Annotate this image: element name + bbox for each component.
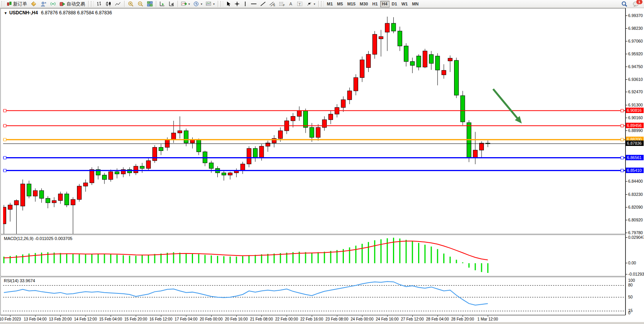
candle-body	[473, 150, 477, 158]
price-tick	[626, 54, 627, 54]
community-button[interactable]: +	[39, 0, 48, 7]
rsi-panel[interactable]: RSI(14) 33.9674	[0, 277, 625, 315]
time-tick-label: 28 Feb 20:00	[451, 317, 474, 321]
price-tick-label: 6.79780	[628, 230, 643, 235]
price-tick	[626, 15, 627, 16]
candle-body	[329, 114, 333, 120]
templates-button[interactable]: ▾	[204, 0, 216, 7]
toolbar-separator	[88, 1, 89, 7]
hline-handle[interactable]	[3, 138, 6, 141]
line-chart-button[interactable]	[113, 0, 123, 7]
candle-body	[65, 194, 69, 205]
timeframe-m1-button[interactable]: M1	[325, 1, 335, 7]
candlestick-chart[interactable]	[3, 9, 625, 234]
timeframe-mn-button[interactable]: MN	[410, 1, 420, 7]
svg-text:+: +	[44, 1, 46, 5]
candlestick-chart-button[interactable]	[104, 0, 113, 7]
time-tick-label: 20 Feb 16:00	[225, 317, 248, 321]
hline-handle[interactable]	[3, 109, 6, 112]
auto-scroll-button[interactable]	[158, 0, 167, 7]
timeframe-w1-button[interactable]: W1	[400, 1, 410, 7]
tile-windows-button[interactable]	[145, 0, 154, 7]
cursor-tool-button[interactable]	[224, 0, 232, 7]
new-order-button[interactable]: 新订单	[5, 0, 29, 7]
hline-handle[interactable]	[621, 124, 624, 127]
candle-body	[52, 201, 56, 203]
price-tick-label: 6.91300	[628, 103, 643, 107]
candle-body	[77, 186, 82, 199]
fibonacci-tool-button[interactable]: F	[277, 0, 287, 7]
profiles-button[interactable]	[29, 0, 38, 7]
crosshair-tool-button[interactable]	[233, 0, 241, 7]
hline-handle[interactable]	[621, 109, 624, 112]
annotation-arrow[interactable]	[493, 89, 519, 121]
bar-chart-button[interactable]	[95, 0, 104, 7]
hline-handle[interactable]	[3, 169, 6, 172]
price-tick-label: 6.84400	[628, 179, 643, 183]
candle-body	[241, 164, 245, 171]
horizontal-line-tool-button[interactable]	[249, 0, 258, 7]
timeframe-h1-button[interactable]: H1	[370, 1, 379, 7]
rsi-chart[interactable]	[3, 278, 625, 315]
indicators-button[interactable]: ▾	[179, 0, 191, 7]
price-tick-label: 6.93610	[628, 77, 643, 82]
search-icon	[621, 1, 627, 7]
hline-handle[interactable]	[3, 124, 6, 127]
price-tick	[626, 41, 627, 41]
hline-handle[interactable]	[621, 138, 624, 141]
zoom-out-button[interactable]	[136, 0, 145, 7]
macd-name: MACD(12,26,9)	[4, 236, 33, 241]
toolbar-grip[interactable]	[220, 1, 223, 7]
search-button[interactable]	[620, 0, 629, 7]
timeframe-m15-button[interactable]: M15	[345, 1, 357, 7]
price-line-badge: 6.90816	[626, 108, 644, 113]
toolbar-grip[interactable]	[321, 1, 324, 7]
auto-scroll-icon	[159, 1, 165, 7]
vertical-line-tool-button[interactable]	[242, 0, 249, 7]
timeframe-d1-button[interactable]: D1	[390, 1, 399, 7]
trendline-tool-button[interactable]	[259, 0, 267, 7]
time-axis[interactable]: 10 Feb 202313 Feb 04:0013 Feb 20:0014 Fe…	[0, 315, 625, 322]
macd-chart[interactable]	[3, 235, 625, 276]
autotrade-icon	[60, 2, 65, 7]
candle-body	[347, 91, 352, 100]
timeframe-h4-button[interactable]: H4	[380, 1, 389, 7]
hline-handle[interactable]	[621, 156, 624, 159]
text-label-tool-button[interactable]: T	[296, 0, 304, 7]
text-tool-button[interactable]: A	[287, 0, 295, 7]
hline-handle[interactable]	[3, 156, 6, 159]
main-chart-panel[interactable]: ▼USDCNH-,H46.87876 6.87888 6.87584 6.878…	[0, 8, 625, 234]
toolbar-grip[interactable]	[2, 1, 4, 7]
timeframe-m30-button[interactable]: M30	[358, 1, 370, 7]
macd-label: MACD(12,26,9) -0.011025 0.003705	[4, 236, 72, 241]
candle-body	[39, 190, 44, 198]
price-tick	[626, 220, 627, 220]
zoom-in-button[interactable]	[126, 0, 135, 7]
arrows-icon	[306, 1, 312, 7]
price-axis[interactable]: 6.993706.982306.970606.959206.947506.936…	[625, 8, 644, 315]
autotrade-button[interactable]: 自动交易	[58, 0, 87, 7]
price-tick	[626, 28, 627, 29]
time-tick	[488, 315, 488, 317]
price-tick	[626, 181, 627, 182]
candle-body	[33, 190, 38, 196]
timeframe-m5-button[interactable]: M5	[335, 1, 345, 7]
signal-button[interactable]	[48, 0, 58, 7]
shapes-tool-button[interactable]: ▾	[305, 0, 317, 7]
notifications-button[interactable]: 1	[631, 0, 641, 7]
chart-shift-button[interactable]	[167, 0, 176, 7]
macd-tick-label: -0.012934	[628, 272, 644, 276]
macd-panel[interactable]: MACD(12,26,9) -0.011025 0.003705	[0, 235, 625, 276]
time-tick	[437, 315, 438, 317]
rsi-name: RSI(14)	[4, 278, 19, 283]
toolbar-grip[interactable]	[91, 1, 94, 7]
candle-body	[372, 34, 377, 55]
time-tick-label: 13 Feb 20:00	[49, 317, 72, 321]
periods-button[interactable]: ▾	[192, 0, 204, 7]
channel-tool-button[interactable]: E	[268, 0, 277, 7]
hline-handle[interactable]	[621, 169, 624, 172]
chart-dropdown-icon[interactable]: ▼	[4, 11, 7, 15]
template-icon	[206, 1, 212, 7]
candle-body	[115, 172, 119, 174]
svg-text:T: T	[299, 2, 301, 6]
